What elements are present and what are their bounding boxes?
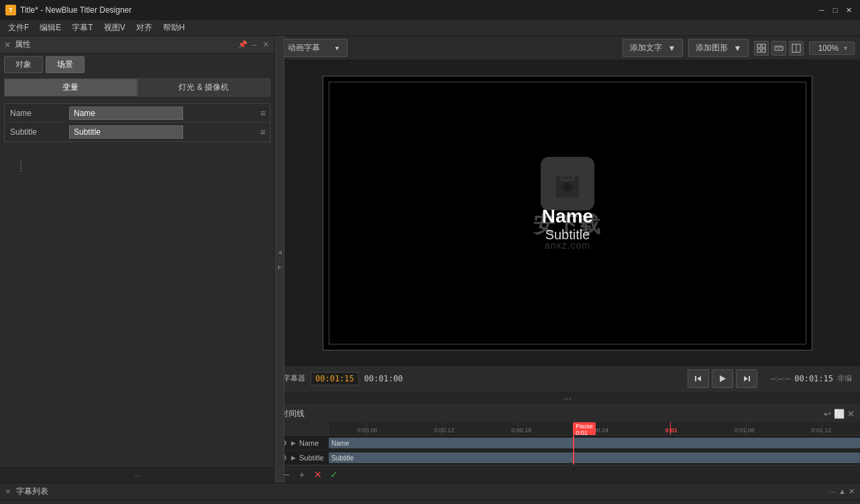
- track-timeline-name[interactable]: Name: [329, 436, 860, 450]
- subtitle-up-icon[interactable]: ▲: [839, 487, 846, 497]
- panel-collapse-handle[interactable]: ◀ ⋮ ▶: [275, 36, 284, 483]
- add-text-button[interactable]: 添加文字 ▼: [623, 39, 683, 57]
- tab-scene[interactable]: 场景: [46, 56, 85, 73]
- layout-icon[interactable]: [789, 41, 804, 56]
- three-dots-icon: ···: [561, 393, 574, 403]
- prop-input-subtitle[interactable]: [69, 125, 183, 139]
- menu-align[interactable]: 对齐: [131, 21, 158, 35]
- track-expand-subtitle[interactable]: ▶: [289, 454, 297, 462]
- track-block-subtitle-text: Subtitle: [331, 454, 354, 462]
- timeline-header: 时间线 ↩ ⬜ ✕: [275, 405, 860, 422]
- pin-icon[interactable]: 📌: [238, 40, 248, 50]
- top-toolbar: 动画字幕 ▼ 添加文字 ▼ 添加图形 ▼: [275, 36, 860, 60]
- total-time-display: 00:01:00: [364, 374, 403, 383]
- close-button[interactable]: ✕: [843, 4, 855, 16]
- svg-rect-21: [749, 376, 750, 381]
- ruler-mark-3: 0:00.18: [511, 427, 531, 434]
- mode-dropdown[interactable]: 动画字幕 ▼: [280, 39, 347, 57]
- ruler-mark-5: 0:01: [665, 427, 678, 434]
- panel-dots-icon: ···: [133, 470, 140, 480]
- close-panel-icon[interactable]: ✕: [261, 40, 270, 50]
- zoom-control[interactable]: 100% ▼: [809, 42, 855, 55]
- prop-value-name: [65, 105, 256, 122]
- subtitle-close-btn[interactable]: ✕: [5, 488, 11, 495]
- edit-mode-label: 非编: [837, 373, 852, 383]
- timeline-close-icon[interactable]: ✕: [847, 409, 855, 419]
- track-timeline-subtitle[interactable]: Subtitle: [329, 450, 860, 464]
- add-shape-button[interactable]: 添加图形 ▼: [688, 39, 749, 57]
- prev-button[interactable]: [688, 369, 709, 388]
- subtitle-list-section: ✕ 字幕列表 ··· ▲ ✕: [0, 483, 860, 504]
- panel-close-btn[interactable]: ✕: [4, 40, 11, 50]
- track-block-name-text: Name: [331, 440, 350, 447]
- timecode-display: ─:─:─ 00:01:15 非编: [771, 373, 852, 383]
- mode-arrow-icon: ▼: [334, 45, 340, 52]
- right-area: 动画字幕 ▼ 添加文字 ▼ 添加图形 ▼: [275, 36, 860, 483]
- zoom-value: 100%: [815, 44, 841, 53]
- subtitle-close-icon[interactable]: ✕: [849, 487, 855, 497]
- prop-input-name[interactable]: [69, 107, 183, 120]
- prop-label-name: Name: [5, 106, 65, 121]
- prop-row-subtitle: Subtitle ≡: [5, 123, 270, 141]
- menu-subtitle[interactable]: 字幕T: [66, 21, 98, 35]
- menu-edit[interactable]: 编辑E: [34, 21, 66, 35]
- track-subtitle-label: Subtitle: [299, 454, 324, 462]
- add-text-label: 添加文字: [630, 42, 662, 54]
- track-block-name[interactable]: Name: [329, 438, 860, 448]
- next-button[interactable]: [736, 369, 757, 388]
- current-time-display: 00:01:15: [311, 372, 359, 385]
- main-body: ✕ 属性 📌 ─ ✕ 对象 场景 变量 灯光 & 摄像机: [0, 36, 860, 483]
- ruler-mark-2: 0:00.12: [434, 427, 454, 434]
- svg-point-16: [565, 184, 570, 190]
- titlebar: T Title* - NewBlue Titler Designer ─ □ ✕: [0, 0, 860, 20]
- track-expand-name[interactable]: ▶: [289, 439, 297, 447]
- timecode-icon: ─:─:─: [771, 375, 791, 383]
- track-playhead-name: [573, 436, 574, 450]
- timeline-back-icon[interactable]: ↩: [824, 409, 831, 419]
- menu-file[interactable]: 文件F: [3, 21, 34, 35]
- left-panel: ✕ 属性 📌 ─ ✕ 对象 场景 变量 灯光 & 摄像机: [0, 36, 275, 483]
- prop-eq-subtitle: ≡: [256, 127, 270, 137]
- track-playhead-subtitle: [573, 450, 574, 464]
- minimize-button[interactable]: ─: [816, 4, 828, 16]
- menu-view[interactable]: 视图V: [99, 21, 131, 35]
- timeline-expand-icon[interactable]: ⬜: [834, 409, 845, 419]
- prop-value-subtitle: [65, 123, 256, 141]
- preview-canvas[interactable]: 安下载 anxz.com Name Subtitle: [323, 76, 812, 351]
- svg-rect-0: [757, 44, 761, 48]
- menubar: 文件F 编辑E 字幕T 视图V 对齐 帮助H: [0, 20, 860, 36]
- subtabs-row: 变量 灯光 & 摄像机: [4, 78, 270, 97]
- add-shape-label: 添加图形: [696, 42, 728, 54]
- ruler-icon[interactable]: [771, 41, 786, 56]
- playback-controls: [688, 369, 757, 388]
- playback-bar: 字幕器 00:01:15 00:01:00: [275, 365, 860, 391]
- timeline-confirm-button[interactable]: ✓: [327, 468, 341, 481]
- object-scene-tabs: 对象 场景: [0, 54, 274, 76]
- ruler-mark-1: 0:00.06: [357, 427, 377, 434]
- watermark-icon: [541, 157, 594, 210]
- subtitle-list-icons: ··· ▲ ✕: [829, 487, 855, 497]
- playback-separator: ···: [275, 391, 860, 405]
- window-controls: ─ □ ✕: [816, 4, 855, 16]
- timeline-plus-button[interactable]: +: [295, 468, 309, 481]
- maximize-button[interactable]: □: [829, 4, 841, 16]
- prop-row-name: Name ≡: [5, 104, 270, 123]
- timeline-delete-button[interactable]: ✕: [311, 468, 325, 481]
- preview-name-text: Name: [323, 206, 812, 227]
- subtab-variable[interactable]: 变量: [4, 78, 138, 97]
- grid-icon[interactable]: [754, 41, 769, 56]
- svg-rect-1: [762, 44, 765, 48]
- subtab-light[interactable]: 灯光 & 摄像机: [138, 78, 271, 97]
- panel-dots-handle[interactable]: [20, 160, 21, 172]
- timeline-section: 时间线 ↩ ⬜ ✕ 0:00.06 0: [275, 405, 860, 483]
- app-container: ✕ 属性 📌 ─ ✕ 对象 场景 变量 灯光 & 摄像机: [0, 36, 860, 504]
- panel-bottom-dots: ···: [0, 467, 274, 483]
- track-block-subtitle[interactable]: Subtitle: [329, 452, 860, 463]
- menu-help[interactable]: 帮助H: [158, 21, 191, 35]
- timeline-ruler: 0:00.06 0:00.12 0:00.18 0:00.24 0:01 0:0…: [275, 422, 860, 436]
- play-button[interactable]: [712, 369, 733, 388]
- caption-label: 字幕器: [283, 373, 305, 383]
- svg-rect-2: [757, 49, 761, 52]
- minimize-panel-icon[interactable]: ─: [250, 40, 259, 50]
- tab-object[interactable]: 对象: [4, 56, 43, 73]
